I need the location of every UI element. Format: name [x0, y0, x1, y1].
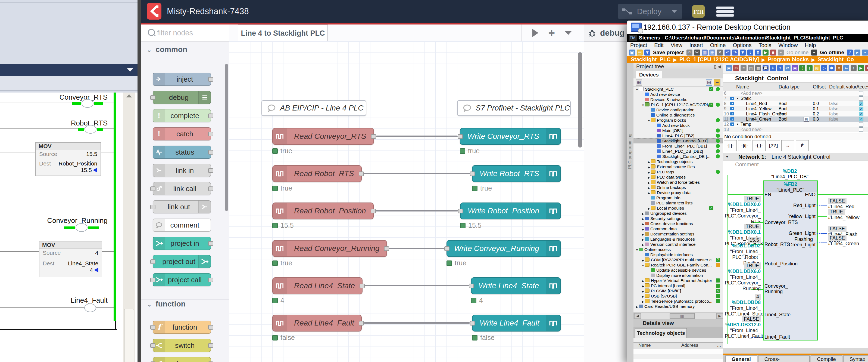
- palette-node-link-call[interactable]: link call: [153, 182, 211, 195]
- mov-instruction[interactable]: MOV Source4 DestLine4_State 4: [39, 241, 102, 277]
- node-port-in[interactable]: [444, 246, 450, 251]
- node-port-out[interactable]: [208, 187, 213, 191]
- tree-item-security-settings[interactable]: ▶Security settings: [633, 216, 723, 221]
- comment-node[interactable]: AB EIP/CIP - Line 4 PLC: [261, 100, 366, 116]
- tree-item-teleservice-automatic-protoco-[interactable]: ▶TeleService [Automatic protoco...: [633, 299, 723, 304]
- tree-item-usb-s7usb-[interactable]: ▶USB [S7USB]: [633, 294, 723, 299]
- scrollbar-thumb[interactable]: [124, 309, 134, 362]
- run-icon[interactable]: [532, 29, 538, 37]
- canvas-scrollbar-thumb[interactable]: [578, 52, 582, 147]
- flow-list-caret-icon[interactable]: [565, 31, 572, 35]
- tag-row-10[interactable]: 10◂Line4_Flash_GreenBool0.2false: [723, 111, 868, 117]
- tree-item-common-data[interactable]: ▶Common data: [633, 226, 723, 231]
- editor-tool-icon[interactable]: ↯: [836, 65, 842, 71]
- palette-node-debug[interactable]: debug: [153, 91, 211, 104]
- collapse-panel-icon[interactable]: ▯ ◀: [714, 64, 721, 69]
- editor-tool-icon[interactable]: ⇓: [770, 65, 776, 71]
- palette-node-switch[interactable]: switch: [153, 339, 211, 352]
- inspector-tab-syntax[interactable]: Syntax: [843, 356, 868, 362]
- accessible-devices-icon[interactable]: ?: [847, 50, 853, 56]
- tree-filter-icon[interactable]: ▦: [636, 79, 642, 86]
- editor-tool-icon[interactable]: ⇑: [777, 65, 783, 71]
- save-icon[interactable]: ▼: [644, 50, 650, 56]
- coil-energized[interactable]: [64, 223, 99, 232]
- tree-item-line4_plc-fb2-[interactable]: Line4_PLC [FB2]: [633, 133, 723, 138]
- tree-item-add-new-block[interactable]: Add new block: [633, 123, 723, 128]
- read-node[interactable]: Read Robot_Position: [272, 202, 374, 219]
- save-project-label[interactable]: Save project: [653, 50, 684, 56]
- tree-item-online-backups[interactable]: ▶Online backups: [633, 185, 723, 190]
- editor-tool-icon[interactable]: 💬: [763, 65, 769, 71]
- node-port-in[interactable]: [469, 284, 474, 288]
- flow-tab[interactable]: Line 4 to Stacklight PLC: [238, 25, 328, 41]
- tree-item-update-accessible-devices[interactable]: Update accessible devices: [633, 268, 723, 273]
- editor-tool-icon[interactable]: ▤: [748, 65, 754, 71]
- flow-canvas[interactable]: AB EIP/CIP - Line 4 PLCS7 Profinet - Sta…: [229, 41, 584, 362]
- node-port-out[interactable]: [208, 113, 213, 118]
- palette-search[interactable]: [141, 25, 229, 42]
- palette-node-change[interactable]: change: [153, 357, 211, 362]
- menu-tools[interactable]: Tools: [759, 41, 772, 49]
- mov-instruction[interactable]: MOV Source15.5 DestRobot_Position 15.5: [35, 142, 101, 176]
- tree-item-external-source-files[interactable]: ▶External source files: [633, 164, 723, 169]
- deploy-button[interactable]: Deploy: [618, 4, 682, 19]
- tree-item-stacklight_control_db-[interactable]: Stacklight_Control_DB [...: [633, 154, 723, 159]
- palette-node-inject[interactable]: inject: [153, 73, 211, 86]
- menu-online[interactable]: Online: [710, 41, 726, 49]
- node-port-out[interactable]: [208, 343, 213, 348]
- accessible-checkbox[interactable]: [859, 117, 863, 121]
- editor-tool-icon[interactable]: ▣: [726, 65, 732, 71]
- read-node[interactable]: Read Line4_Fault: [272, 315, 362, 332]
- breadcrumb[interactable]: Stacklight_PLC▶PLC_1 [CPU 1212C AC/DC/Rl…: [627, 56, 868, 63]
- tree-item-technology-objects[interactable]: ▶Technology objects: [633, 159, 723, 164]
- breadcrumb-segment[interactable]: PLC_1 [CPU 1212C AC/DC/Rly]: [679, 56, 759, 62]
- scroll-left-icon[interactable]: ◀: [634, 313, 641, 319]
- tree-item-online-access[interactable]: ▼Online access: [633, 247, 723, 252]
- tag-row-11[interactable]: 11◂Line4_GreenBool▤0.3false: [723, 116, 868, 122]
- editor-tool-icon[interactable]: ▧: [814, 65, 820, 71]
- upload-from-device-icon[interactable]: ⇑: [755, 50, 761, 56]
- breadcrumb-segment[interactable]: Stacklight_PLC: [631, 56, 671, 62]
- menu-icon[interactable]: [716, 6, 734, 17]
- write-node[interactable]: Write Conveyor_Running: [446, 240, 561, 257]
- editor-tool-icon[interactable]: ▦: [755, 65, 761, 71]
- tree-item-realtek-pcie-gbe-family-con-[interactable]: ▼Realtek PCIe GBE Family Con...: [633, 262, 723, 268]
- tree-expand-icon[interactable]: ➥: [714, 79, 720, 86]
- palette-node-project-in[interactable]: project in: [153, 237, 211, 250]
- coil-energized[interactable]: [78, 125, 103, 134]
- node-port-out[interactable]: [208, 77, 213, 82]
- node-port-in[interactable]: [150, 187, 155, 191]
- node-port-out[interactable]: [371, 209, 376, 214]
- compile-icon[interactable]: ▼: [740, 50, 746, 56]
- empty-box-button[interactable]: [??]: [767, 140, 780, 151]
- go-online-icon-icon[interactable]: ⌁: [778, 50, 784, 56]
- editor-tool-icon[interactable]: ≡: [741, 65, 746, 71]
- tree-item-stacklight_control-fb1-[interactable]: Stacklight_Control [FB1]: [633, 138, 723, 143]
- inspector-tab-compile[interactable]: Compile: [811, 356, 842, 362]
- write-node[interactable]: Write Line4_Fault: [472, 315, 561, 332]
- read-node[interactable]: Read Conveyor_Running: [272, 240, 387, 257]
- tree-item-plcsim-pn-ie-[interactable]: ▶PLCSIM [PN/IE]: [633, 288, 723, 294]
- tree-item-program-blocks[interactable]: ▼Program blocks: [633, 118, 723, 123]
- new-project-icon[interactable]: ▣: [629, 50, 635, 56]
- palette-node-comment[interactable]: comment: [153, 219, 211, 232]
- palette-node-complete[interactable]: complete!: [153, 109, 211, 122]
- tree-item-from_line4_plc-db1-[interactable]: From_Line4_PLC [DB1]: [633, 143, 723, 148]
- tree-item-pc-internal-local-[interactable]: ▶PC internal [Local]: [633, 283, 723, 288]
- open-project-icon[interactable]: ▤: [637, 50, 643, 56]
- editor-tool-icon[interactable]: (: [799, 65, 805, 71]
- scrollbar[interactable]: [123, 92, 135, 362]
- tree-item-hyper-v-virtual-ethernet-adapter[interactable]: ▶Hyper-V Virtual Ethernet Adapter: [633, 278, 723, 283]
- tag-row-7[interactable]: 7◂▼Static: [723, 96, 868, 101]
- tree-item-display-hide-interfaces[interactable]: Display/hide interfaces: [633, 252, 723, 257]
- node-port-in[interactable]: [470, 321, 475, 326]
- breadcrumb-segment[interactable]: Program blocks: [768, 56, 809, 62]
- node-port-out[interactable]: [359, 171, 364, 176]
- node-port-out[interactable]: [208, 150, 213, 155]
- go-offline-label[interactable]: Go offline: [820, 50, 844, 56]
- read-node[interactable]: Read Line4_State: [272, 277, 363, 294]
- scrollbar-thumb[interactable]: ||||: [670, 313, 694, 319]
- editor-tool-icon[interactable]: ⇄: [784, 65, 790, 71]
- devices-tab[interactable]: Devices: [636, 71, 662, 78]
- menu-window[interactable]: Window: [778, 41, 798, 49]
